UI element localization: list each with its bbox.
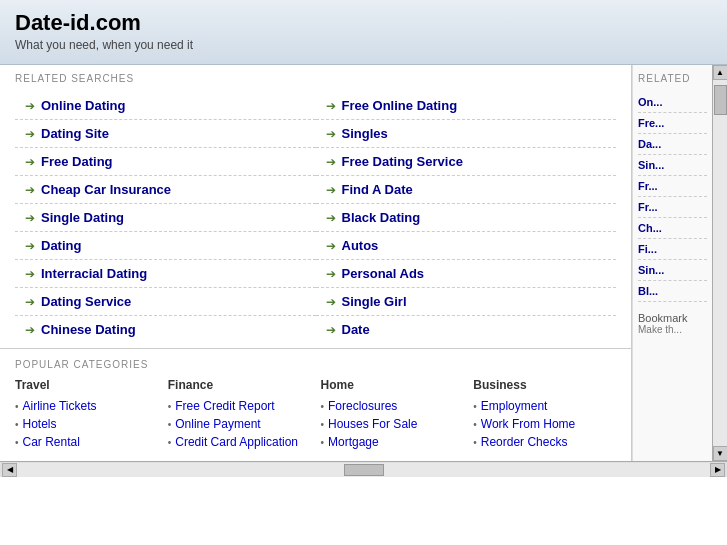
horizontal-scrollbar[interactable]: ◀ ▶ (0, 461, 727, 477)
scroll-left-btn[interactable]: ◀ (2, 463, 17, 477)
sidebar-label: RELATED (638, 73, 707, 84)
arrow-icon: ➔ (326, 295, 336, 309)
search-link[interactable]: Singles (342, 126, 388, 141)
sidebar-link[interactable]: Sin... (638, 260, 707, 281)
horizontal-thumb[interactable] (344, 464, 384, 476)
category-title: Travel (15, 378, 158, 392)
right-search-item: ➔Personal Ads (316, 260, 617, 288)
search-link[interactable]: Chinese Dating (41, 322, 136, 337)
category-link[interactable]: •Employment (473, 397, 616, 415)
bookmark-text: Bookmark (638, 312, 707, 324)
left-search-item: ➔Single Dating (15, 204, 316, 232)
category-link[interactable]: •Work From Home (473, 415, 616, 433)
category-column: Home•Foreclosures•Houses For Sale•Mortga… (321, 378, 464, 451)
category-link[interactable]: •Free Credit Report (168, 397, 311, 415)
search-link[interactable]: Dating Service (41, 294, 131, 309)
category-column: Business•Employment•Work From Home•Reord… (473, 378, 616, 451)
arrow-icon: ➔ (326, 323, 336, 337)
category-column: Travel•Airline Tickets•Hotels•Car Rental (15, 378, 158, 451)
left-search-item: ➔Interracial Dating (15, 260, 316, 288)
search-link[interactable]: Free Dating (41, 154, 113, 169)
sidebar-link[interactable]: Ch... (638, 218, 707, 239)
search-link[interactable]: Black Dating (342, 210, 421, 225)
category-link[interactable]: •Mortgage (321, 433, 464, 451)
scroll-right-btn[interactable]: ▶ (710, 463, 725, 477)
category-link[interactable]: •Online Payment (168, 415, 311, 433)
sidebar-link[interactable]: Fre... (638, 113, 707, 134)
arrow-icon: ➔ (326, 155, 336, 169)
category-link[interactable]: •Houses For Sale (321, 415, 464, 433)
bullet: • (321, 419, 325, 430)
arrow-icon: ➔ (25, 323, 35, 337)
popular-categories-label: POPULAR CATEGORIES (15, 359, 616, 370)
search-link[interactable]: Online Dating (41, 98, 126, 113)
search-link[interactable]: Dating Site (41, 126, 109, 141)
right-sidebar: RELATED On...Fre...Da...Sin...Fr...Fr...… (632, 65, 712, 461)
search-link[interactable]: Free Online Dating (342, 98, 458, 113)
search-link[interactable]: Date (342, 322, 370, 337)
left-search-column: ➔Online Dating➔Dating Site➔Free Dating➔C… (15, 92, 316, 343)
right-search-item: ➔Black Dating (316, 204, 617, 232)
bullet: • (321, 437, 325, 448)
scroll-track (713, 80, 728, 446)
horizontal-track (17, 463, 710, 477)
category-link[interactable]: •Hotels (15, 415, 158, 433)
scrollbar[interactable]: ▲ ▼ (712, 65, 727, 461)
search-link[interactable]: Find A Date (342, 182, 413, 197)
sidebar-link[interactable]: Fr... (638, 176, 707, 197)
search-link[interactable]: Free Dating Service (342, 154, 463, 169)
category-title: Business (473, 378, 616, 392)
bullet: • (168, 437, 172, 448)
search-link[interactable]: Personal Ads (342, 266, 425, 281)
right-search-item: ➔Single Girl (316, 288, 617, 316)
right-search-item: ➔Free Dating Service (316, 148, 617, 176)
category-link[interactable]: •Reorder Checks (473, 433, 616, 451)
search-link[interactable]: Single Dating (41, 210, 124, 225)
category-link[interactable]: •Foreclosures (321, 397, 464, 415)
search-link[interactable]: Autos (342, 238, 379, 253)
search-link[interactable]: Single Girl (342, 294, 407, 309)
search-link[interactable]: Interracial Dating (41, 266, 147, 281)
bullet: • (473, 401, 477, 412)
bullet: • (168, 419, 172, 430)
scroll-down-btn[interactable]: ▼ (713, 446, 728, 461)
category-link[interactable]: •Airline Tickets (15, 397, 158, 415)
sidebar-link[interactable]: On... (638, 92, 707, 113)
arrow-icon: ➔ (326, 127, 336, 141)
right-search-item: ➔Autos (316, 232, 617, 260)
left-search-item: ➔Dating (15, 232, 316, 260)
bullet: • (15, 401, 19, 412)
sidebar-link[interactable]: Fr... (638, 197, 707, 218)
right-search-item: ➔Free Online Dating (316, 92, 617, 120)
bullet: • (473, 419, 477, 430)
arrow-icon: ➔ (326, 267, 336, 281)
arrow-icon: ➔ (25, 183, 35, 197)
search-grid: ➔Online Dating➔Dating Site➔Free Dating➔C… (15, 92, 616, 343)
search-link[interactable]: Cheap Car Insurance (41, 182, 171, 197)
sidebar-link[interactable]: Sin... (638, 155, 707, 176)
bullet: • (321, 401, 325, 412)
arrow-icon: ➔ (25, 239, 35, 253)
category-title: Home (321, 378, 464, 392)
arrow-icon: ➔ (25, 267, 35, 281)
left-search-item: ➔Chinese Dating (15, 316, 316, 343)
sidebar-link[interactable]: Da... (638, 134, 707, 155)
right-search-item: ➔Find A Date (316, 176, 617, 204)
scroll-up-btn[interactable]: ▲ (713, 65, 728, 80)
sidebar-link[interactable]: Bl... (638, 281, 707, 302)
related-searches-label: RELATED SEARCHES (15, 73, 616, 84)
arrow-icon: ➔ (25, 127, 35, 141)
search-link[interactable]: Dating (41, 238, 81, 253)
arrow-icon: ➔ (326, 239, 336, 253)
categories-grid: Travel•Airline Tickets•Hotels•Car Rental… (15, 378, 616, 451)
site-header: Date-id.com What you need, when you need… (0, 0, 727, 65)
category-column: Finance•Free Credit Report•Online Paymen… (168, 378, 311, 451)
scroll-thumb[interactable] (714, 85, 727, 115)
right-search-column: ➔Free Online Dating➔Singles➔Free Dating … (316, 92, 617, 343)
bookmark-sub: Make th... (638, 324, 707, 335)
category-link[interactable]: •Car Rental (15, 433, 158, 451)
sidebar-link[interactable]: Fi... (638, 239, 707, 260)
category-title: Finance (168, 378, 311, 392)
left-search-item: ➔Free Dating (15, 148, 316, 176)
category-link[interactable]: •Credit Card Application (168, 433, 311, 451)
